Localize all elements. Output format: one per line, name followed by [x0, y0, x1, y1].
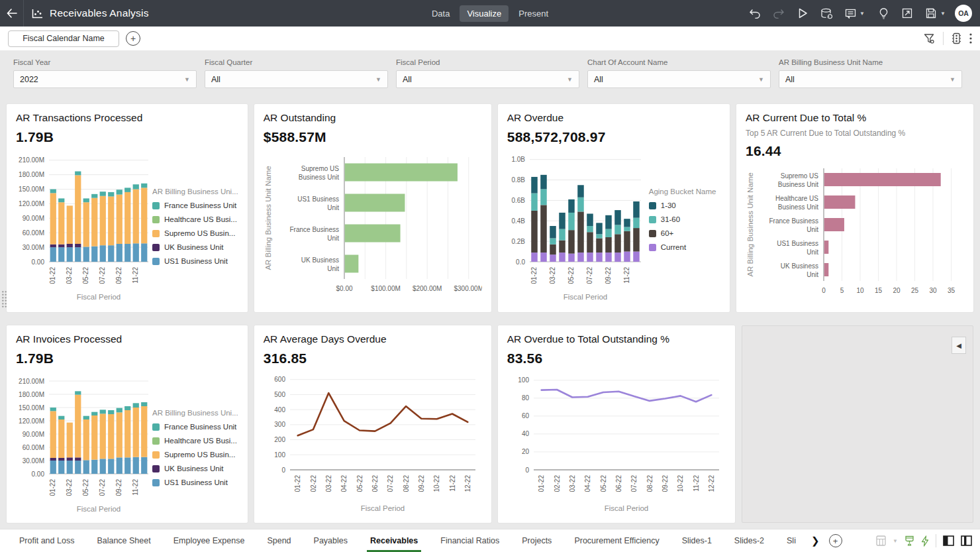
ar-current-due-to-total-chart[interactable]: Supremo USBusiness UnitHealthcare USBusi… — [746, 163, 964, 301]
svg-text:03-22: 03-22 — [549, 267, 556, 284]
resize-grip[interactable] — [1, 290, 7, 307]
filter-select[interactable]: All▼ — [396, 70, 579, 88]
legend-title: AR Billing Business Uni... — [152, 188, 238, 195]
canvas-tab-financial-ratios[interactable]: Financial Ratios — [429, 529, 511, 552]
undo-icon[interactable] — [746, 4, 764, 23]
legend-item-us1-business-unit[interactable]: US1 Business Unit — [152, 257, 238, 265]
legend-item-1-30[interactable]: 1-30 — [649, 201, 716, 209]
kebab-menu-icon[interactable] — [969, 33, 972, 44]
canvas-tab-projects[interactable]: Projects — [511, 529, 563, 552]
ar-average-days-overdue-chart[interactable]: 600500400300200100001-2202-2203-2204-220… — [264, 370, 482, 514]
legend-item-us1-business-unit[interactable]: US1 Business Unit — [152, 478, 238, 486]
svg-text:11-22: 11-22 — [132, 479, 139, 496]
canvas-tab-sli[interactable]: Sli — [775, 529, 807, 552]
legend-chip — [649, 230, 656, 237]
canvas-tab-balance-sheet[interactable]: Balance Sheet — [85, 529, 162, 552]
canvas-tab-slides-1[interactable]: Slides-1 — [671, 529, 723, 552]
canvas-tab-receivables[interactable]: Receivables — [359, 529, 429, 552]
canvas-tab-payables[interactable]: Payables — [303, 529, 359, 552]
filter-value: All — [785, 75, 795, 84]
collapse-panel-button[interactable]: ◀ — [952, 337, 966, 354]
chart-area: Supremo USBusiness UnitUS1 BusinessUnitF… — [264, 149, 482, 303]
svg-text:07-22: 07-22 — [387, 475, 394, 492]
filter-select[interactable]: All▼ — [587, 70, 771, 88]
legend-item-france-business-unit[interactable]: France Business Unit — [152, 423, 238, 431]
canvas-tab-slides-2[interactable]: Slides-2 — [723, 529, 775, 552]
svg-text:09-22: 09-22 — [418, 475, 425, 492]
add-canvas-button[interactable]: + — [829, 534, 842, 547]
canvas-tab-employee-expense[interactable]: Employee Expense — [162, 529, 256, 552]
ar-transactions-processed-chart[interactable]: 210.00M180.00M150.00M120.00M90.00M60.00M… — [16, 149, 151, 303]
chart-title: AR Transactions Processed — [16, 112, 238, 124]
ar-overdue-to-total-outstanding-chart[interactable]: 10080604020001-2202-2203-2204-2205-2206-… — [507, 370, 726, 514]
filter-bar-toggle-icon[interactable] — [924, 33, 935, 44]
svg-text:04-22: 04-22 — [584, 475, 591, 492]
legend-label: Supremo US Busin... — [164, 229, 235, 237]
tab-visualize[interactable]: Visualize — [460, 5, 509, 22]
legend-item-supremo-us-busin-[interactable]: Supremo US Busin... — [152, 451, 238, 459]
legend-item-current[interactable]: Current — [649, 243, 716, 251]
redo-icon[interactable] — [769, 4, 788, 23]
svg-text:120.00M: 120.00M — [19, 417, 44, 425]
legend-item-31-60[interactable]: 31-60 — [649, 215, 716, 223]
svg-text:60.00M: 60.00M — [23, 229, 44, 237]
svg-text:UK Business: UK Business — [781, 262, 818, 270]
export-icon[interactable] — [898, 4, 916, 23]
save-caret-icon[interactable]: ▼ — [940, 11, 950, 17]
canvas-tab-profit-and-loss[interactable]: Profit and Loss — [8, 529, 85, 552]
filter-toolbar: Fiscal Calendar Name + — [0, 27, 980, 50]
legend-item-healthcare-us-busi-[interactable]: Healthcare US Busi... — [152, 437, 238, 445]
kpi-value: 316.85 — [264, 351, 482, 366]
canvas-tab-procurement-efficiency[interactable]: Procurement Efficiency — [563, 529, 670, 552]
auto-apply-icon[interactable] — [921, 535, 929, 547]
legend-item-uk-business-unit[interactable]: UK Business Unit — [152, 465, 238, 472]
filter-select[interactable]: All▼ — [779, 70, 962, 88]
refresh-data-icon[interactable] — [817, 4, 836, 23]
svg-text:05-22: 05-22 — [82, 267, 89, 284]
legend-chip — [152, 465, 160, 472]
left-panel-toggle-icon[interactable] — [943, 535, 954, 546]
theme-icon[interactable] — [905, 535, 914, 546]
ar-invoices-processed-chart[interactable]: 210.00M180.00M150.00M120.00M90.00M60.00M… — [16, 370, 151, 515]
grid-view-icon[interactable] — [876, 535, 886, 546]
canvas-tab-spend[interactable]: Spend — [256, 529, 302, 552]
chevron-down-icon: ▼ — [567, 76, 573, 83]
svg-text:120.00M: 120.00M — [19, 200, 44, 207]
add-filter-button[interactable]: + — [126, 31, 140, 46]
chevron-down-icon: ▼ — [950, 76, 956, 83]
legend-label: Supremo US Busin... — [164, 451, 235, 459]
svg-text:France Business: France Business — [769, 217, 818, 225]
filter-label: Fiscal Period — [396, 58, 579, 66]
tabs-overflow-icon[interactable]: ❯ — [807, 535, 824, 547]
svg-text:500: 500 — [274, 391, 285, 398]
legend-item-60-[interactable]: 60+ — [649, 229, 716, 237]
filter-select[interactable]: 2022▼ — [13, 70, 197, 88]
ar-overdue-chart[interactable]: 1.0B0.8B0.6B0.4B0.2B0.001-2203-2205-2207… — [507, 149, 648, 303]
svg-text:12-22: 12-22 — [464, 475, 471, 492]
grid-view-caret-icon[interactable]: ▼ — [893, 538, 898, 544]
fiscal-calendar-pill[interactable]: Fiscal Calendar Name — [8, 30, 119, 47]
svg-text:09-22: 09-22 — [662, 475, 669, 492]
tab-data[interactable]: Data — [424, 5, 457, 22]
back-button[interactable] — [0, 0, 24, 27]
legend-chip — [649, 244, 656, 251]
avatar[interactable]: OA — [955, 5, 972, 22]
legend-item-supremo-us-busin-[interactable]: Supremo US Busin... — [152, 229, 238, 237]
run-icon[interactable] — [793, 4, 812, 23]
svg-text:180.00M: 180.00M — [19, 171, 44, 178]
svg-text:40: 40 — [522, 430, 530, 437]
canvas-settings-icon[interactable] — [952, 32, 961, 44]
save-icon[interactable] — [922, 4, 940, 23]
comments-caret-icon[interactable]: ▼ — [859, 11, 869, 17]
legend-item-uk-business-unit[interactable]: UK Business Unit — [152, 243, 238, 251]
filter-select[interactable]: All▼ — [205, 70, 388, 88]
insights-icon[interactable] — [874, 4, 893, 23]
legend-item-healthcare-us-busi-[interactable]: Healthcare US Busi... — [152, 215, 238, 223]
comments-icon[interactable] — [841, 4, 859, 23]
legend-item-france-business-unit[interactable]: France Business Unit — [152, 201, 238, 209]
card-ar-transactions-processed: AR Transactions Processed1.79B210.00M180… — [7, 104, 248, 312]
ar-outstanding-chart[interactable]: Supremo USBusiness UnitUS1 BusinessUnitF… — [264, 149, 482, 303]
tab-present[interactable]: Present — [511, 5, 556, 22]
right-panel-toggle-icon[interactable] — [961, 535, 972, 546]
svg-text:US1 Business: US1 Business — [777, 240, 818, 247]
